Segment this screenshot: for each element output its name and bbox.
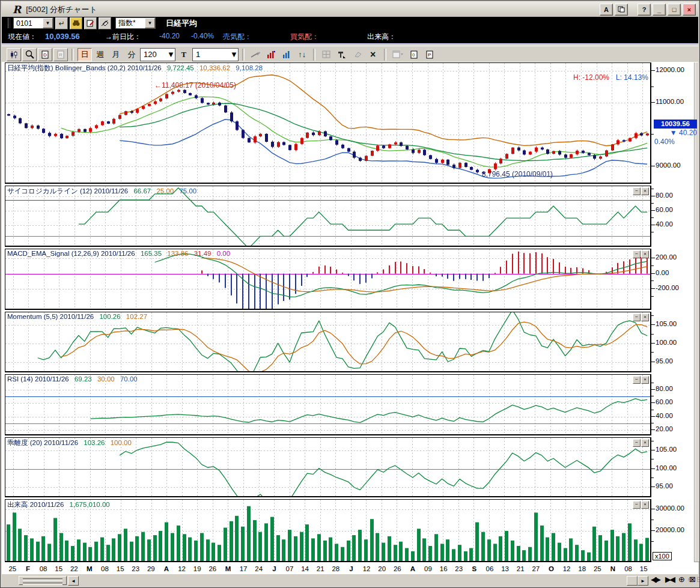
svg-text:P: P [428, 52, 431, 58]
panel-close-button[interactable]: × [641, 439, 649, 447]
y-axis-tick-mark [651, 389, 655, 390]
x-axis-label: A [405, 565, 421, 572]
trendline-button[interactable] [248, 48, 263, 61]
horizontal-scrollbar[interactable]: ◄ ► ◀▶ ▶◀ ⊕ ⊖ ⊞ ⊠ [2, 574, 698, 586]
scroll-left-button[interactable]: ◄ [68, 576, 79, 586]
volume-unit-label: x100 [653, 552, 672, 560]
y-axis-tick-label: 9000.00 [656, 162, 681, 169]
text-tool-button[interactable]: T [177, 48, 191, 61]
clear-button[interactable] [99, 17, 111, 29]
main-chart-plot[interactable] [5, 63, 650, 183]
volume-label: 出来高： [367, 32, 396, 42]
panel-minimize-button[interactable]: − [633, 314, 641, 321]
period-month-button[interactable]: 月 [109, 48, 123, 61]
x-axis-label: 26 [205, 565, 221, 572]
psychological-line-panel: サイコロジカルライン (12) 2010/11/26 66.67 25.00 7… [5, 186, 651, 247]
panel-minimize-button[interactable]: − [633, 250, 641, 258]
kairi-title: 乖離度 (20) 2010/11/26 [7, 439, 78, 446]
print-page-button[interactable]: P [422, 48, 437, 61]
panel-close-button[interactable]: × [641, 501, 649, 509]
x-axis-label: 15 [112, 565, 128, 572]
help-button[interactable]: ? [638, 4, 651, 16]
app-logo-icon: R [13, 4, 21, 16]
chevron-down-icon[interactable]: ▼ [145, 18, 155, 28]
category-combobox[interactable]: 指数* ▼ [115, 17, 156, 29]
period-week-button[interactable]: 週 [93, 48, 108, 61]
erase-drawing-button[interactable] [350, 48, 365, 61]
x-axis-label: 21 [312, 565, 328, 572]
panel-close-button[interactable]: × [641, 250, 649, 258]
rsi-lower-ref: 30.00 [97, 375, 115, 383]
close-panel-icon[interactable]: ⊠ [689, 575, 696, 584]
period-day-button[interactable]: 日 [78, 48, 92, 61]
scroll-right-button[interactable]: ► [638, 576, 648, 586]
x-axis-label: N [605, 565, 621, 572]
volume-header: 出来高 2010/11/26 1,675,010.00 [7, 500, 110, 509]
grid-view-icon[interactable]: ⊞ [696, 575, 700, 584]
edit-list-button[interactable] [84, 17, 97, 29]
zoom-tool-button[interactable] [22, 48, 37, 61]
momentum-value: 100.26 [99, 313, 120, 320]
delete-all-button[interactable]: × [366, 48, 380, 61]
window-dropdown-icon [392, 50, 403, 58]
y-axis-tick-mark [651, 402, 655, 403]
psy-value: 66.67 [133, 187, 151, 195]
object-tool-button[interactable] [335, 48, 349, 61]
scrollbar-thumb[interactable] [19, 576, 67, 585]
panel-close-button[interactable]: × [641, 314, 649, 321]
chevron-down-icon[interactable]: ▼ [43, 18, 53, 28]
scroll-page-button[interactable] [627, 576, 638, 586]
font-size-button[interactable]: A [600, 4, 613, 16]
symbol-code-combobox[interactable]: 0101 ▼ [13, 17, 53, 29]
expand-bars-icon[interactable]: ◀▶ [651, 575, 659, 584]
copy-window-button[interactable] [615, 4, 628, 16]
y-axis-tick-label: 60.00 [656, 206, 673, 213]
bars-count-combobox[interactable]: 120 ▼ [140, 48, 175, 61]
period-minute-button[interactable]: 分 [124, 48, 139, 61]
panel-close-button[interactable]: × [641, 187, 649, 195]
chevron-down-icon[interactable]: ▼ [167, 50, 175, 59]
toolbar-grip[interactable] [8, 18, 10, 28]
page-r-button[interactable]: R [53, 48, 68, 61]
search-button[interactable] [70, 17, 82, 29]
page-d-button[interactable]: D [38, 48, 52, 61]
save-page-button[interactable]: 0 [407, 48, 421, 61]
y-axis-tick-mark [651, 70, 655, 71]
panel-minimize-button[interactable]: − [633, 439, 641, 447]
panel-minimize-button[interactable]: − [633, 376, 641, 384]
interval-combobox[interactable]: 1 ▼ [192, 48, 239, 61]
x-axis-label: 07 [282, 565, 297, 572]
chevron-down-icon[interactable]: ▼ [230, 50, 238, 59]
close-button[interactable]: × [683, 4, 696, 16]
momentum-plot[interactable] [5, 312, 650, 371]
momentum-title: Momentum (5,5) 2010/11/26 [7, 313, 94, 320]
panel-minimize-button[interactable]: − [633, 501, 641, 509]
right-splitter[interactable] [694, 62, 700, 562]
symbol-name: 日経平均 [166, 18, 197, 29]
title-bar[interactable]: R [5002] 分析チャート A ? _ □ × [2, 2, 698, 17]
indicator-blue-button[interactable] [279, 48, 294, 61]
rsi-plot[interactable] [5, 375, 650, 434]
panel-close-button[interactable]: × [641, 376, 649, 384]
grid-layout-button[interactable] [319, 48, 333, 61]
y-axis-minor-tick [651, 383, 654, 383]
maximize-button[interactable]: □ [668, 4, 681, 16]
kairi-value: 103.26 [84, 439, 105, 446]
high-annotation: ←11,408.17 (2010/04/05) [154, 81, 236, 89]
y-axis-minor-tick [651, 423, 654, 423]
window-style-button[interactable] [390, 48, 406, 61]
minimize-button[interactable]: _ [653, 4, 666, 16]
zoom-in-icon[interactable]: ⊕ [678, 575, 685, 584]
price-change-value: 40.20 [679, 129, 697, 137]
x-axis-label: 12 [559, 565, 574, 572]
toolbar-separator [313, 49, 315, 61]
candlestick-chart-button[interactable] [7, 48, 21, 61]
sort-updown-button[interactable]: ↑↓ [295, 48, 309, 61]
panel-minimize-button[interactable]: − [633, 187, 641, 195]
y-axis-tick-label: 40.00 [656, 412, 673, 419]
indicator-red-button[interactable] [264, 48, 278, 61]
macd-plot[interactable] [5, 249, 650, 309]
collapse-bars-icon[interactable]: ▶◀ [665, 575, 674, 584]
eraser-icon [101, 20, 109, 26]
submit-button[interactable]: ↵ [55, 17, 68, 29]
